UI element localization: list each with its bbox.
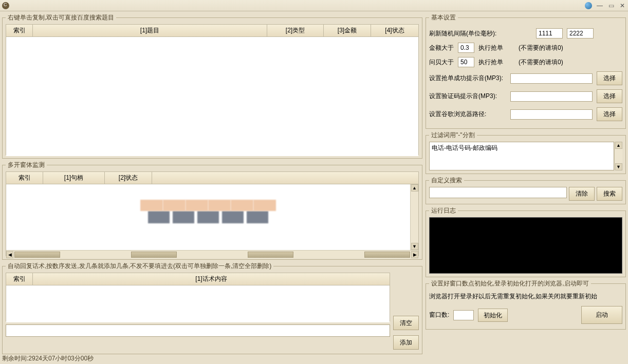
basic-settings-group: 基本设置 刷新随机间隔(单位毫秒): 金额大于 执行抢单 (不需要的请填0) 问… bbox=[426, 13, 626, 129]
filter-content: 电话-电话号码-邮政编码 bbox=[432, 144, 497, 151]
windows-scroll-h[interactable]: ◀ ▶ bbox=[6, 250, 418, 258]
replies-table[interactable]: 索引 [1]话术内容 bbox=[6, 273, 390, 321]
window-count-label: 窗口数: bbox=[429, 311, 449, 319]
start-button[interactable]: 启动 bbox=[581, 306, 622, 324]
clear-search-button[interactable]: 清除 bbox=[569, 187, 595, 201]
refresh-min-input[interactable] bbox=[536, 28, 563, 39]
windows-header: 索引 [1]句柄 [2]状态 bbox=[6, 172, 418, 184]
basic-settings-legend: 基本设置 bbox=[429, 13, 458, 22]
col-index[interactable]: 索引 bbox=[6, 273, 33, 285]
search-group: 自定义搜索 清除 搜索 bbox=[426, 176, 626, 204]
amount-gt-note: (不需要的请填0) bbox=[519, 44, 563, 52]
scroll-up-icon[interactable]: ▲ bbox=[615, 142, 622, 149]
windows-body[interactable] bbox=[6, 184, 410, 250]
amount-gt-suffix: 执行抢单 bbox=[478, 44, 503, 52]
minimize-button[interactable]: — bbox=[596, 2, 603, 9]
col-content[interactable]: [1]话术内容 bbox=[33, 273, 390, 285]
reply-input[interactable] bbox=[6, 324, 390, 337]
init-legend: 设置好窗口数点初始化,登录初始化打开的浏览器,启动即可 bbox=[429, 279, 591, 288]
mp3-captcha-input[interactable] bbox=[510, 91, 593, 102]
questions-legend: 右键单击复制,双击可直接百度搜索题目 bbox=[6, 13, 116, 22]
titlebar: — ▭ ✕ bbox=[0, 0, 628, 11]
windows-group: 多开窗体监测 索引 [1]句柄 [2]状态 ▲ ▼ bbox=[2, 161, 422, 260]
replies-header: 索引 [1]话术内容 bbox=[6, 273, 390, 285]
filter-group: 过滤词用"-"分割 电话-电话号码-邮政编码 ▲ ▼ bbox=[426, 131, 626, 174]
scroll-up-icon[interactable]: ▲ bbox=[411, 184, 418, 191]
window-controls: — ▭ ✕ bbox=[585, 2, 626, 9]
status-bar: 剩余时间:2924天07小时03分00秒 bbox=[2, 354, 94, 363]
app-icon bbox=[2, 2, 9, 9]
log-group: 运行日志 bbox=[426, 206, 626, 277]
questions-table[interactable]: 索引 [1]题目 [2]类型 [3]金额 [4]状态 bbox=[6, 24, 419, 155]
mp3-captcha-label: 设置验证码提示音(MP3): bbox=[429, 92, 506, 101]
chrome-path-input[interactable] bbox=[510, 109, 593, 120]
col-amount[interactable]: [3]金额 bbox=[324, 25, 371, 36]
col-status[interactable]: [4]状态 bbox=[371, 25, 418, 36]
amount-gt-input[interactable] bbox=[458, 43, 474, 53]
search-input[interactable] bbox=[429, 187, 567, 198]
questions-body[interactable] bbox=[6, 37, 418, 156]
choose-mp3-success-button[interactable]: 选择 bbox=[597, 71, 622, 85]
log-output[interactable] bbox=[429, 217, 622, 274]
windows-legend: 多开窗体监测 bbox=[6, 161, 47, 169]
replies-body[interactable] bbox=[6, 285, 390, 322]
search-legend: 自定义搜索 bbox=[429, 176, 464, 185]
search-button[interactable]: 搜索 bbox=[597, 187, 622, 201]
mp3-success-input[interactable] bbox=[510, 73, 593, 84]
choose-chrome-button[interactable]: 选择 bbox=[597, 107, 622, 121]
log-legend: 运行日志 bbox=[429, 206, 458, 215]
maximize-button[interactable]: ▭ bbox=[607, 2, 615, 9]
col-handle[interactable]: [1]句柄 bbox=[43, 172, 105, 184]
replies-group: 自动回复话术,按数序发送,发几条就添加几条,不发不要填进去(双击可单独删除一条,… bbox=[2, 262, 422, 354]
chrome-path-label: 设置谷歌浏览器路径: bbox=[429, 110, 506, 119]
shell-gt-label: 问贝大于 bbox=[429, 58, 454, 67]
questions-group: 右键单击复制,双击可直接百度搜索题目 索引 [1]题目 [2]类型 [3]金额 … bbox=[2, 13, 422, 159]
windows-scroll-v[interactable]: ▲ ▼ bbox=[410, 184, 418, 250]
scroll-down-icon[interactable]: ▼ bbox=[615, 163, 622, 170]
refresh-max-input[interactable] bbox=[567, 28, 594, 39]
col-index[interactable]: 索引 bbox=[6, 25, 33, 36]
mp3-success-label: 设置抢单成功提示音(MP3): bbox=[429, 74, 506, 83]
clear-button[interactable]: 清空 bbox=[393, 316, 419, 330]
col-status[interactable]: [2]状态 bbox=[105, 172, 152, 184]
init-note: 浏览器打开登录好以后无需重复初始化,如果关闭就要重新初始 bbox=[429, 292, 597, 301]
window-count-input[interactable] bbox=[453, 310, 474, 320]
filter-scroll-v[interactable]: ▲ ▼ bbox=[614, 142, 622, 170]
shell-gt-note: (不需要的请填0) bbox=[519, 58, 563, 67]
col-type[interactable]: [2]类型 bbox=[267, 25, 324, 36]
col-topic[interactable]: [1]题目 bbox=[33, 25, 267, 36]
amount-gt-label: 金额大于 bbox=[429, 44, 454, 52]
add-button[interactable]: 添加 bbox=[393, 335, 419, 350]
filter-legend: 过滤词用"-"分割 bbox=[429, 131, 477, 140]
init-button[interactable]: 初始化 bbox=[478, 309, 508, 322]
filter-textarea[interactable]: 电话-电话号码-邮政编码 bbox=[429, 142, 614, 170]
col-index[interactable]: 索引 bbox=[6, 172, 43, 184]
scroll-down-icon[interactable]: ▼ bbox=[411, 243, 418, 250]
shell-gt-suffix: 执行抢单 bbox=[478, 58, 503, 67]
init-group: 设置好窗口数点初始化,登录初始化打开的浏览器,启动即可 浏览器打开登录好以后无需… bbox=[426, 279, 626, 330]
choose-mp3-captcha-button[interactable]: 选择 bbox=[597, 89, 622, 103]
refresh-label: 刷新随机间隔(单位毫秒): bbox=[429, 29, 532, 38]
sphere-icon bbox=[585, 2, 592, 9]
questions-header: 索引 [1]题目 [2]类型 [3]金额 [4]状态 bbox=[6, 25, 418, 37]
col-blank bbox=[152, 172, 418, 184]
scroll-left-icon[interactable]: ◀ bbox=[6, 251, 13, 258]
replies-legend: 自动回复话术,按数序发送,发几条就添加几条,不发不要填进去(双击可单独删除一条,… bbox=[6, 262, 273, 271]
scroll-right-icon[interactable]: ▶ bbox=[411, 251, 418, 258]
shell-gt-input[interactable] bbox=[458, 57, 474, 67]
close-button[interactable]: ✕ bbox=[619, 2, 626, 9]
windows-table[interactable]: 索引 [1]句柄 [2]状态 ▲ ▼ ◀ bbox=[6, 171, 419, 256]
